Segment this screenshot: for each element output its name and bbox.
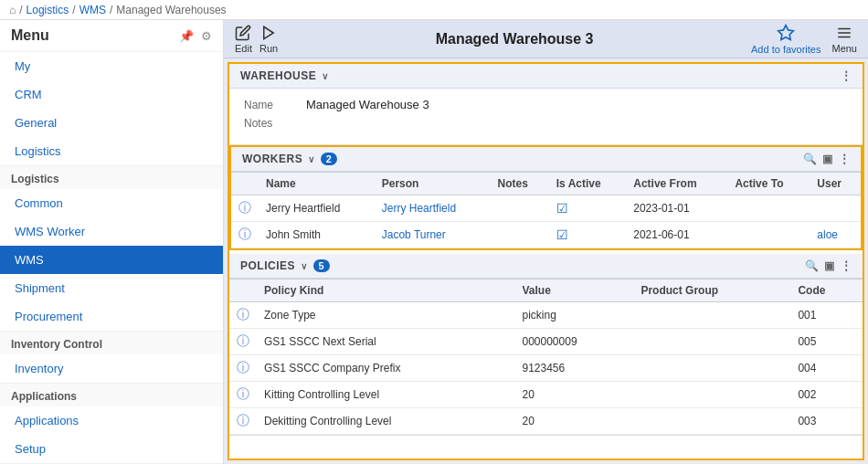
policies-header-title: POLICIES (240, 259, 295, 272)
sidebar-item-wms-worker[interactable]: WMS Worker (0, 217, 223, 246)
breadcrumb-separator2: / (72, 4, 75, 16)
row1-is-active: ☑ (549, 195, 627, 222)
sidebar-item-setup[interactable]: Setup (0, 435, 223, 463)
pth-value: Value (515, 279, 634, 302)
row1-info-icon[interactable]: ⓘ (231, 195, 259, 222)
policies-grid-icon[interactable]: ▣ (824, 259, 835, 272)
workers-table: Name Person Notes Is Active Active From … (231, 172, 861, 248)
p4-product-group (633, 382, 790, 408)
sidebar-section-applications: Applications (0, 383, 223, 406)
row2-info-icon[interactable]: ⓘ (231, 222, 259, 248)
p2-value: 000000009 (515, 329, 634, 355)
table-row: ⓘ John Smith Jacob Turner ☑ 2021-06-01 a… (231, 222, 861, 248)
run-button[interactable]: Run (259, 25, 278, 54)
row1-notes (491, 195, 549, 222)
policies-table-header-row: Policy Kind Value Product Group Code (229, 279, 863, 302)
pth-code: Code (790, 279, 863, 302)
sidebar-item-common[interactable]: Common (0, 189, 223, 217)
edit-label: Edit (235, 43, 252, 54)
row1-user (810, 195, 861, 222)
svg-marker-1 (778, 25, 794, 39)
sidebar-item-general[interactable]: General (0, 109, 223, 137)
workers-header-left: WORKERS ∨ 2 (242, 153, 337, 165)
workers-grid-icon[interactable]: ▣ (822, 153, 833, 165)
row2-is-active: ☑ (549, 222, 627, 248)
table-row: ⓘ Zone Type picking 001 (229, 302, 863, 329)
p1-code: 001 (790, 302, 863, 329)
sidebar-item-wms[interactable]: WMS (0, 246, 223, 274)
p4-value: 20 (515, 382, 634, 408)
sidebar-item-logistics-top[interactable]: Logistics (0, 137, 223, 165)
p1-info[interactable]: ⓘ (229, 302, 257, 329)
table-row: ⓘ Dekitting Controlling Level 20 003 (229, 408, 863, 435)
th-notes: Notes (491, 173, 549, 195)
edit-button[interactable]: Edit (235, 25, 252, 54)
policies-more-icon[interactable]: ⋮ (841, 259, 852, 272)
warehouse-header-title: WAREHOUSE (240, 69, 316, 82)
policies-section-header: POLICIES ∨ 5 🔍 ▣ ⋮ (229, 254, 863, 279)
breadcrumb-logistics[interactable]: Logistics (26, 4, 69, 16)
pth-policy-kind: Policy Kind (257, 279, 515, 302)
p2-info[interactable]: ⓘ (229, 329, 257, 355)
policies-search-icon[interactable]: 🔍 (805, 259, 820, 272)
p3-kind: GS1 SSCC Company Prefix (257, 355, 515, 382)
name-value: Managed Warehouse 3 (306, 98, 429, 111)
th-active-to: Active To (727, 173, 810, 195)
menu-title: Menu (11, 27, 49, 44)
sidebar: Menu 📌 ⚙ My CRM General Logistics Logist… (0, 20, 224, 464)
warehouse-header-left: WAREHOUSE ∨ (240, 69, 329, 82)
toolbar: Edit Run (235, 25, 278, 54)
sidebar-item-my[interactable]: My (0, 52, 223, 80)
workers-search-icon[interactable]: 🔍 (803, 153, 818, 165)
policies-header-left: POLICIES ∨ 5 (240, 259, 330, 272)
name-field-row: Name Managed Warehouse 3 (244, 98, 848, 111)
th-active-from: Active From (626, 173, 727, 195)
th-user: User (810, 173, 861, 195)
warehouse-fields: Name Managed Warehouse 3 Notes (229, 89, 863, 144)
warehouse-section: WAREHOUSE ∨ ⋮ Name Managed Warehouse 3 N… (229, 64, 863, 145)
home-icon: ⌂ (9, 4, 16, 16)
policies-chevron-icon[interactable]: ∨ (301, 261, 308, 271)
p5-info[interactable]: ⓘ (229, 408, 257, 435)
warehouse-chevron-icon[interactable]: ∨ (322, 71, 329, 81)
workers-chevron-icon[interactable]: ∨ (308, 154, 315, 164)
page-title: Managed Warehouse 3 (436, 31, 594, 47)
table-row: ⓘ GS1 SSCC Next Serial 000000009 005 (229, 329, 863, 355)
row2-person[interactable]: Jacob Turner (375, 222, 491, 248)
p5-value: 20 (515, 408, 634, 435)
policies-table: Policy Kind Value Product Group Code ⓘ Z… (229, 279, 863, 435)
row1-person[interactable]: Jerry Heartfield (375, 195, 491, 222)
workers-section-header: WORKERS ∨ 2 🔍 ▣ ⋮ (231, 147, 861, 172)
pin-icon[interactable]: 📌 (179, 29, 194, 43)
workers-more-icon[interactable]: ⋮ (839, 153, 851, 165)
sidebar-item-shipment[interactable]: Shipment (0, 274, 223, 302)
table-row: ⓘ Jerry Heartfield Jerry Heartfield ☑ 20… (231, 195, 861, 222)
p5-kind: Dekitting Controlling Level (257, 408, 515, 435)
sidebar-item-procurement[interactable]: Procurement (0, 302, 223, 331)
workers-section: WORKERS ∨ 2 🔍 ▣ ⋮ Name (229, 145, 863, 250)
settings-icon[interactable]: ⚙ (201, 29, 212, 43)
row2-active-from: 2021-06-01 (626, 222, 727, 248)
name-label: Name (244, 99, 299, 111)
row1-active-to (727, 195, 810, 222)
workers-header-title: WORKERS (242, 153, 302, 165)
sidebar-item-applications[interactable]: Applications (0, 406, 223, 435)
breadcrumb-wms[interactable]: WMS (79, 4, 106, 16)
sidebar-section-logistics: Logistics (0, 165, 223, 189)
row2-user[interactable]: aloe (810, 222, 861, 248)
p1-product-group (633, 302, 790, 329)
sidebar-item-crm[interactable]: CRM (0, 80, 223, 109)
sidebar-item-inventory[interactable]: Inventory (0, 354, 223, 383)
warehouse-more-icon[interactable]: ⋮ (841, 69, 852, 82)
add-to-favorites-button[interactable]: Add to favorites (751, 24, 820, 55)
policies-section: POLICIES ∨ 5 🔍 ▣ ⋮ Policy Kind (229, 254, 863, 436)
p4-info[interactable]: ⓘ (229, 382, 257, 408)
sidebar-section-inventory-control: Inventory Control (0, 331, 223, 354)
p3-product-group (633, 355, 790, 382)
th-person: Person (375, 173, 491, 195)
run-label: Run (259, 43, 278, 54)
row1-name: Jerry Heartfield (259, 195, 375, 222)
content-menu-button[interactable]: Menu (831, 25, 857, 54)
p2-kind: GS1 SSCC Next Serial (257, 329, 515, 355)
p3-info[interactable]: ⓘ (229, 355, 257, 382)
